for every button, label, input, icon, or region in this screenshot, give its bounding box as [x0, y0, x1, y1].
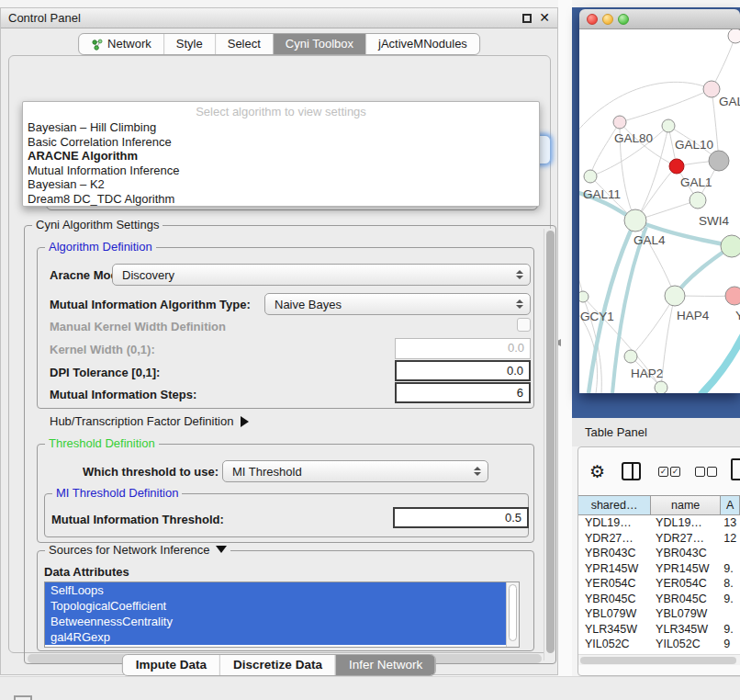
table-row[interactable]: YBR043CYBR043C	[578, 546, 740, 561]
attribute-list-item[interactable]: TopologicalCoefficient	[45, 598, 508, 614]
table-cell: YDR27…	[578, 531, 651, 547]
network-node[interactable]	[669, 159, 684, 174]
table-cell: 9.	[721, 592, 740, 607]
network-node-label: GAL80	[614, 131, 653, 145]
table-row[interactable]: YDR27…YDR27…12	[578, 531, 740, 547]
network-node-gal10[interactable]	[662, 119, 675, 132]
split-divider[interactable]	[558, 0, 572, 700]
settings-scrollbar-thumb[interactable]	[546, 231, 555, 653]
network-node-gal11[interactable]	[584, 170, 597, 183]
network-node-gcy1[interactable]	[579, 291, 589, 302]
network-window-titlebar[interactable]	[579, 9, 740, 29]
network-canvas[interactable]: GALGAL80GAL10GAL1GAL11SWI4GAL4GCY1HAP4YH…	[579, 29, 740, 393]
mi-threshold-field[interactable]: 0.5	[393, 507, 529, 528]
network-node-gal4[interactable]	[624, 209, 646, 231]
network-node-gal[interactable]	[703, 81, 720, 97]
table-hscroll-thumb[interactable]	[580, 657, 736, 664]
algorithm-option[interactable]: Bayesian – K2	[23, 177, 539, 192]
tab-jactivemnodules[interactable]: jActiveMNodules	[365, 34, 479, 54]
cyni-toolbox-panel: gal-filtered sif default node Select alg…	[8, 55, 551, 653]
close-traffic-light[interactable]	[587, 14, 598, 25]
table-cell: YBL079W	[578, 606, 651, 622]
algorithm-option[interactable]: Mutual Information Inference	[23, 164, 539, 178]
network-node-gal80[interactable]	[613, 116, 626, 129]
table-cell: YER054C	[578, 576, 651, 592]
network-node[interactable]	[728, 29, 740, 43]
kernel-width-field[interactable]: 0.0	[395, 338, 531, 359]
tab-infer-network[interactable]: Infer Network	[335, 655, 435, 675]
network-node-swi4[interactable]	[721, 235, 740, 257]
tab-discretize-data[interactable]: Discretize Data	[219, 655, 335, 675]
table-horizontal-scrollbar[interactable]	[578, 654, 740, 665]
zoom-traffic-light[interactable]	[618, 14, 629, 25]
table-row[interactable]: YPR145WYPR145W9.	[578, 561, 740, 577]
float-icon[interactable]	[522, 14, 532, 23]
attributes-scrollbar[interactable]	[506, 582, 519, 647]
tab-style[interactable]: Style	[163, 34, 215, 54]
aracne-mode-combo[interactable]: Discovery	[112, 264, 531, 286]
table-column-header[interactable]: name	[651, 496, 721, 514]
gear-icon[interactable]: ⚙	[589, 462, 605, 480]
table-cell: YBR045C	[651, 592, 721, 607]
sources-group-title[interactable]: Sources for Network Inference	[45, 543, 230, 557]
table-column-header[interactable]: A	[721, 496, 740, 514]
page-icon[interactable]	[731, 458, 740, 480]
attributes-scrollbar-thumb[interactable]	[509, 584, 517, 641]
network-node-y[interactable]	[725, 287, 740, 305]
attribute-list-item[interactable]: gal4RGexp	[45, 629, 508, 645]
settings-scrollbar[interactable]	[544, 229, 555, 660]
data-attributes-list[interactable]: SelfLoopsTopologicalCoefficientBetweenne…	[44, 581, 520, 648]
table-row[interactable]: YBR045CYBR045C9.	[578, 592, 740, 607]
unchecked-checkbox-icon[interactable]	[695, 467, 705, 477]
split-columns-icon[interactable]	[622, 462, 641, 480]
dpi-tolerance-field[interactable]: 0.0	[395, 360, 531, 381]
network-edge[interactable]	[589, 220, 635, 393]
network-node[interactable]	[709, 151, 729, 171]
aracne-mode-value: Discovery	[122, 268, 174, 282]
table-column-header[interactable]: shared…	[578, 496, 651, 514]
unchecked-checkbox-icon[interactable]	[707, 467, 717, 477]
network-edge[interactable]	[579, 82, 712, 138]
tab-cyni-toolbox[interactable]: Cyni Toolbox	[273, 34, 365, 54]
network-node-gal1[interactable]	[690, 192, 706, 209]
network-edge[interactable]	[590, 122, 620, 176]
checked-checkbox-icon[interactable]: ✓	[670, 467, 680, 477]
collapsed-panel-grip[interactable]	[14, 695, 32, 700]
minimize-traffic-light[interactable]	[602, 14, 613, 25]
network-edge[interactable]	[620, 89, 712, 122]
network-node-hap4[interactable]	[665, 286, 685, 306]
dpi-tolerance-label: DPI Tolerance [0,1]:	[50, 366, 160, 379]
algorithm-option[interactable]: Basic Correlation Inference	[23, 135, 539, 150]
table-row[interactable]: YDL19…YDL19…13	[578, 515, 740, 531]
table-cell: YDR27…	[651, 531, 721, 547]
network-node[interactable]	[655, 381, 667, 393]
algorithm-option[interactable]: Dream8 DC_TDC Algorithm	[23, 192, 539, 207]
which-threshold-combo[interactable]: MI Threshold	[222, 460, 488, 482]
hub-tf-definition-expander[interactable]: Hub/Transcription Factor Definition	[50, 414, 249, 428]
network-node-label: GAL4	[633, 233, 666, 247]
mi-type-combo[interactable]: Naive Bayes	[264, 293, 531, 315]
expander-arrow-icon	[241, 416, 249, 427]
network-edge[interactable]	[701, 325, 740, 393]
attribute-list-item[interactable]: BetweennessCentrality	[45, 614, 508, 629]
tab-select[interactable]: Select	[215, 34, 273, 54]
manual-kernel-checkbox[interactable]	[517, 318, 531, 332]
table-row[interactable]: YIL052CYIL052C9	[578, 637, 740, 652]
algorithm-definition-title: Algorithm Definition	[45, 240, 156, 254]
table-row[interactable]: YER054CYER054C8.	[578, 576, 740, 592]
close-icon[interactable]: ✕	[539, 10, 550, 25]
checked-checkbox-icon[interactable]: ✓	[658, 467, 668, 477]
network-edge[interactable]	[712, 36, 735, 89]
network-edge[interactable]	[631, 296, 675, 356]
algorithm-option[interactable]: ARACNE Algorithm	[23, 149, 539, 164]
app-screen: Control Panel ✕ NetworkStyleSelectCyni T…	[0, 0, 740, 700]
tab-impute-data[interactable]: Impute Data	[123, 655, 219, 675]
network-node-hap2[interactable]	[624, 350, 637, 363]
mi-steps-field[interactable]: 6	[395, 382, 531, 403]
algorithm-option[interactable]: Bayesian – Hill Climbing	[23, 120, 539, 135]
tab-network[interactable]: Network	[79, 34, 163, 54]
table-row[interactable]: YLR345WYLR345W9.	[578, 622, 740, 638]
table-row[interactable]: YBL079WYBL079W	[578, 606, 740, 622]
attribute-list-item[interactable]: SelfLoops	[45, 582, 508, 598]
table-cell	[721, 546, 740, 561]
